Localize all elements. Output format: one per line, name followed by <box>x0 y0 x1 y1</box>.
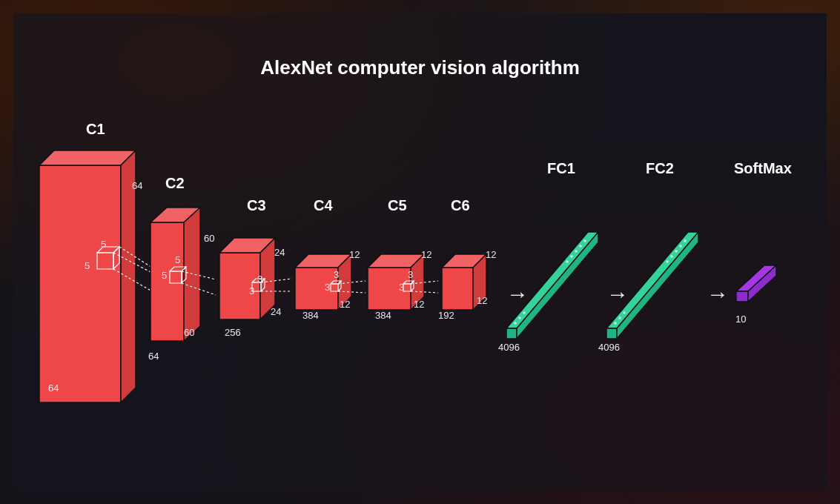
dim-c3-kh: 3 <box>249 285 254 296</box>
layer-softmax <box>736 262 803 314</box>
label-c5: C5 <box>388 197 407 214</box>
label-c6: C6 <box>451 197 470 214</box>
diagram-stage: C1 C2 C3 C4 C5 C6 FC1 FC2 SoftMax <box>13 13 827 491</box>
label-softmax: SoftMax <box>734 160 792 177</box>
label-c3: C3 <box>247 197 266 214</box>
svg-marker-55 <box>606 232 698 328</box>
dim-c3-h: 24 <box>274 247 285 258</box>
dim-c4-h-top: 12 <box>349 249 360 260</box>
dim-c4-w: 12 <box>340 299 350 310</box>
svg-point-52 <box>523 311 526 314</box>
label-fc2: FC2 <box>646 160 674 177</box>
label-fc1: FC1 <box>547 160 575 177</box>
svg-point-51 <box>566 260 569 263</box>
dim-c5-h-top: 12 <box>421 249 431 260</box>
svg-point-65 <box>614 322 617 325</box>
svg-point-61 <box>670 255 673 258</box>
dim-c2-d: 60 <box>204 233 214 244</box>
svg-point-58 <box>684 239 687 242</box>
label-c2: C2 <box>165 175 185 192</box>
svg-marker-1 <box>39 150 136 165</box>
svg-point-64 <box>618 316 621 319</box>
dim-c3-d: 256 <box>225 327 241 338</box>
dim-c1-kh: 5 <box>85 260 90 271</box>
dim-c6-w: 12 <box>477 295 487 306</box>
dim-c5-d: 384 <box>375 310 391 321</box>
svg-marker-9 <box>151 222 184 341</box>
svg-marker-41 <box>442 268 473 310</box>
dim-c6-h-top: 12 <box>486 249 496 260</box>
dim-c4-kw: 3 <box>334 269 339 280</box>
dim-fc2-n: 4096 <box>598 342 620 353</box>
svg-marker-33 <box>368 268 411 310</box>
svg-marker-57 <box>617 232 698 339</box>
layer-fc1 <box>506 225 610 351</box>
dim-c2-kw: 5 <box>175 254 180 265</box>
dim-c4-kh: 3 <box>325 282 330 293</box>
svg-point-49 <box>575 250 578 253</box>
dim-c6-d: 192 <box>438 310 454 321</box>
dim-c5-w: 12 <box>414 299 424 310</box>
dim-c1-h: 64 <box>132 180 142 191</box>
label-c4: C4 <box>314 197 333 214</box>
svg-marker-0 <box>39 165 121 402</box>
svg-point-60 <box>675 250 678 253</box>
svg-marker-25 <box>295 268 338 310</box>
dim-c3-kw: 3 <box>257 273 262 285</box>
dim-softmax-n: 10 <box>735 314 746 325</box>
dim-c5-kh: 3 <box>399 282 404 293</box>
svg-marker-45 <box>506 328 517 339</box>
dim-fc1-n: 4096 <box>498 342 520 353</box>
dim-c2-kh: 5 <box>162 270 167 281</box>
dim-c3-w: 24 <box>271 306 281 317</box>
svg-marker-44 <box>506 232 598 328</box>
svg-point-47 <box>583 239 586 242</box>
dim-c2-d2: 60 <box>184 327 194 338</box>
layer-fc2 <box>606 225 710 351</box>
dim-c4-d: 384 <box>302 310 319 321</box>
svg-point-62 <box>666 260 669 263</box>
dim-c1-w: 64 <box>48 382 59 394</box>
dim-c2-h: 64 <box>148 351 159 362</box>
svg-point-54 <box>514 322 517 325</box>
dim-c1-kw: 5 <box>101 239 106 250</box>
svg-point-59 <box>679 245 682 248</box>
dim-c5-kw: 3 <box>408 269 413 280</box>
svg-point-63 <box>623 311 626 314</box>
label-c1: C1 <box>86 121 105 138</box>
svg-marker-56 <box>606 328 617 339</box>
svg-point-48 <box>579 245 582 248</box>
svg-point-53 <box>518 316 521 319</box>
svg-marker-67 <box>736 291 748 302</box>
svg-point-50 <box>570 255 573 258</box>
svg-marker-46 <box>517 232 598 339</box>
